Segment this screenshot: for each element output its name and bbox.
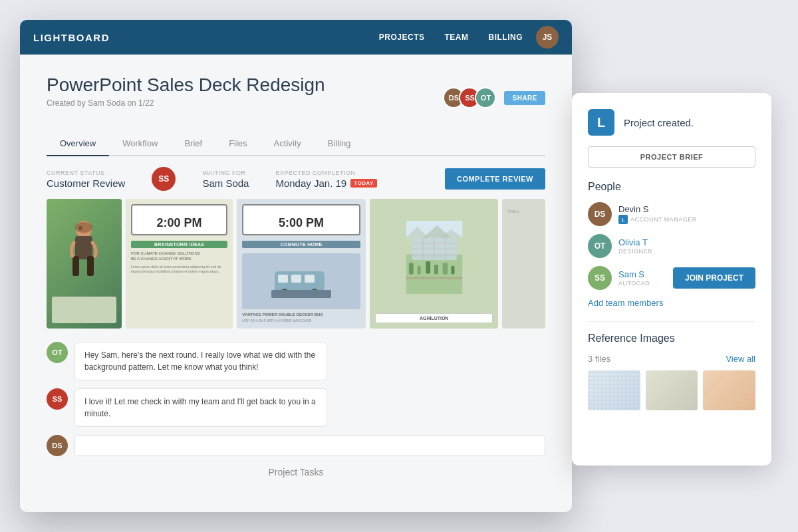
- svg-rect-2: [72, 256, 79, 276]
- project-brief-button[interactable]: PROJECT BRIEF: [588, 146, 755, 168]
- ref-files-count: 3 files: [588, 354, 610, 364]
- ref-image-1: [588, 370, 640, 410]
- chat-message-1: OT Hey Sam, here's the next round. I rea…: [47, 342, 545, 380]
- person-name-sam[interactable]: Sam S: [618, 269, 650, 279]
- chat-bubble-1: Hey Sam, here's the next round. I really…: [74, 342, 327, 380]
- waiting-for-avatar: SS: [152, 167, 176, 191]
- share-button[interactable]: SHARE: [504, 91, 545, 105]
- svg-rect-23: [426, 261, 430, 274]
- reference-images-title: Reference Images: [588, 332, 755, 344]
- waiting-for-label: WAITING FOR: [202, 170, 249, 176]
- person-badge-devin: L: [618, 215, 628, 224]
- project-gallery: 2:00 PM BRAINSTORM IDEAS FOR CLIMATE-CHA…: [47, 199, 545, 329]
- person-name-olivia[interactable]: Olivia T: [618, 237, 652, 247]
- side-panel: L Project created. PROJECT BRIEF People …: [572, 93, 771, 466]
- current-status-label: CURRENT STATUS: [47, 170, 125, 176]
- collaborator-avatars: DS SS OT: [443, 87, 496, 108]
- collaborator-avatar-3: OT: [475, 87, 496, 108]
- ref-img-2-fill: [646, 370, 698, 410]
- today-badge: TODAY: [350, 179, 377, 188]
- person-info-olivia: Olivia T DESIGNER: [618, 237, 652, 255]
- person-row-olivia: OT Olivia T DESIGNER: [588, 234, 755, 258]
- nav-links: PROJECTS TEAM BILLING: [379, 33, 523, 42]
- gallery-item-2: 2:00 PM BRAINSTORM IDEAS FOR CLIMATE-CHA…: [126, 199, 233, 329]
- tab-brief[interactable]: Brief: [171, 132, 215, 156]
- main-content: PowerPoint Sales Deck Redesign Created b…: [20, 55, 572, 491]
- current-status-value: Customer Review: [47, 178, 125, 189]
- project-tasks-label: Project Tasks: [47, 467, 545, 477]
- reference-header: 3 files View all: [588, 354, 755, 364]
- chat-area: OT Hey Sam, here's the next round. I rea…: [20, 342, 572, 456]
- tab-workflow[interactable]: Workflow: [109, 132, 171, 156]
- join-project-button[interactable]: JOIN PROJECT: [673, 267, 755, 289]
- project-title: PowerPoint Sales Deck Redesign: [47, 74, 325, 96]
- svg-rect-8: [291, 275, 301, 283]
- card-2-desc: Lorem ipsum dolor sit amet consectetur a…: [131, 265, 227, 274]
- project-title-group: PowerPoint Sales Deck Redesign Created b…: [47, 74, 325, 121]
- person-avatar-sam: SS: [588, 266, 612, 290]
- panel-header: L Project created.: [588, 109, 755, 136]
- svg-rect-24: [434, 265, 438, 274]
- chat-input-row: DS: [47, 435, 545, 456]
- card-3-tag: COMMUTE HOME: [242, 241, 360, 248]
- user-avatar[interactable]: JS: [536, 26, 559, 49]
- complete-review-button[interactable]: COMPLETE REVIEW: [445, 168, 545, 190]
- card-2-tag: BRAINSTORM IDEAS: [131, 241, 227, 248]
- reference-images: [588, 370, 755, 410]
- expected-completion-value: Monday Jan. 19: [275, 178, 346, 189]
- tab-files[interactable]: Files: [215, 132, 260, 156]
- ref-image-3: [703, 370, 755, 410]
- ref-img-1-pattern: [588, 370, 640, 410]
- view-all-link[interactable]: View all: [726, 354, 755, 364]
- gallery-card-1: [47, 199, 122, 329]
- project-tabs: Overview Workflow Brief Files Activity B…: [47, 132, 545, 156]
- person-info-devin: Devin S L ACCOUNT MANAGER: [618, 204, 697, 224]
- project-subtitle: Created by Sam Soda on 1/22: [47, 98, 325, 108]
- gallery-item-4: AGRILUTION: [370, 199, 499, 329]
- expected-completion-group: EXPECTED COMPLETION Monday Jan. 19 TODAY: [275, 170, 376, 189]
- chat-input[interactable]: [74, 435, 545, 456]
- gallery-card-4: AGRILUTION: [370, 199, 499, 329]
- nav-billing[interactable]: BILLING: [489, 33, 523, 42]
- person-role-row-devin: L ACCOUNT MANAGER: [618, 215, 697, 224]
- panel-notification: Project created.: [624, 117, 694, 128]
- svg-rect-27: [406, 277, 462, 279]
- nav-team[interactable]: TEAM: [445, 33, 469, 42]
- svg-rect-22: [417, 266, 420, 275]
- svg-rect-25: [442, 263, 448, 274]
- svg-point-5: [75, 222, 92, 233]
- panel-logo: L: [588, 109, 614, 136]
- card-2-body: FOR CLIMATE-CHANGE SOLUTIONSBE A CHANGE …: [131, 251, 227, 262]
- tab-activity[interactable]: Activity: [261, 132, 315, 156]
- person-avatar-olivia: OT: [588, 234, 612, 258]
- waiting-for-group: WAITING FOR Sam Soda: [202, 170, 249, 189]
- gallery-item-3: 5:00 PM COMMUTE HOME: [237, 199, 366, 329]
- person-row-sam: SS Sam S AUTOCAD JOIN PROJECT: [588, 266, 755, 290]
- gallery-item-5: TAKE A...: [502, 199, 545, 329]
- person-row-devin: DS Devin S L ACCOUNT MANAGER: [588, 202, 755, 226]
- divider: [588, 321, 755, 322]
- bus-illustration: [271, 265, 331, 298]
- chat-avatar-3: DS: [47, 435, 68, 456]
- top-nav: LIGHTBOARD PROJECTS TEAM BILLING JS: [20, 20, 572, 55]
- card-3-bus-label: VANTAGE POWER DOUBLE DECKER BUS: [242, 312, 360, 317]
- tab-overview[interactable]: Overview: [47, 132, 109, 156]
- status-bar: CURRENT STATUS Customer Review SS WAITIN…: [47, 156, 545, 199]
- person-role-devin: ACCOUNT MANAGER: [630, 216, 697, 223]
- svg-rect-3: [87, 256, 94, 276]
- app-logo: LIGHTBOARD: [33, 32, 379, 43]
- person-role-olivia: DESIGNER: [618, 248, 652, 255]
- svg-rect-13: [406, 255, 462, 294]
- tab-billing[interactable]: Billing: [315, 132, 364, 156]
- person-avatar-devin: DS: [588, 202, 612, 226]
- svg-rect-26: [451, 266, 454, 275]
- agrilution-label: AGRILUTION: [375, 313, 493, 323]
- svg-rect-12: [271, 290, 331, 298]
- people-section-title: People: [588, 181, 755, 193]
- illustration-person: [67, 219, 100, 279]
- nav-projects[interactable]: PROJECTS: [379, 33, 425, 42]
- ref-img-3-fill: [703, 370, 755, 410]
- chat-bubble-2: I love it! Let me check in with my team …: [74, 388, 327, 427]
- add-team-members-link[interactable]: Add team members: [588, 298, 755, 308]
- gallery-card-3: 5:00 PM COMMUTE HOME: [237, 199, 366, 329]
